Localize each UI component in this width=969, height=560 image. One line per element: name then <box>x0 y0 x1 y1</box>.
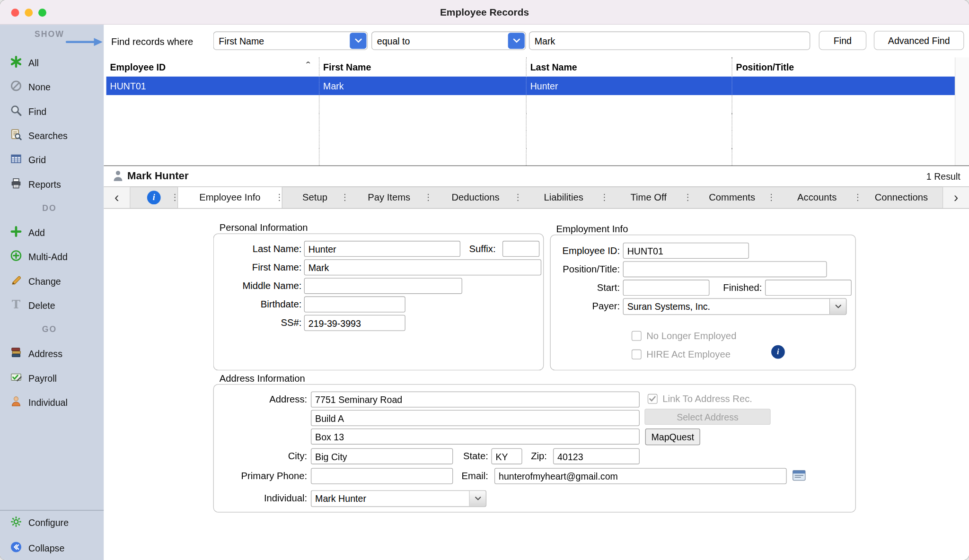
tabs-scroll-right-button[interactable]: › <box>943 187 969 208</box>
sidebar-item-label: Searches <box>28 130 68 140</box>
suffix-input[interactable] <box>502 241 539 257</box>
chevron-down-icon <box>829 299 846 315</box>
find-button[interactable]: Find <box>819 31 867 50</box>
cell-first-name: Mark <box>319 77 527 95</box>
tab-record-info[interactable]: i ⋮ <box>131 187 177 208</box>
window-title: Employee Records <box>0 0 969 25</box>
individual-select[interactable]: Mark Hunter <box>311 490 486 507</box>
sidebar-item-configure[interactable]: Configure <box>10 514 69 531</box>
sidebar-item-label: Delete <box>28 300 55 310</box>
table-row-empty[interactable] <box>106 95 955 113</box>
find-operator-select[interactable]: equal to <box>371 32 526 50</box>
suffix-label: Suffix: <box>456 241 496 257</box>
kebab-menu-icon[interactable]: ⋮ <box>341 192 349 204</box>
sidebar: SHOW All None Find Searches Grid Reports <box>0 25 104 560</box>
address-line1-input[interactable] <box>311 392 640 408</box>
titlebar: Employee Records <box>0 0 969 25</box>
sidebar-item-delete[interactable]: T Delete <box>10 297 55 314</box>
kebab-menu-icon[interactable]: ⋮ <box>854 192 862 204</box>
start-input[interactable] <box>623 280 710 296</box>
finished-input[interactable] <box>765 280 852 296</box>
tab-time-off[interactable]: Time Off⋮ <box>607 187 690 208</box>
tab-comments[interactable]: Comments⋮ <box>690 187 774 208</box>
kebab-menu-icon[interactable]: ⋮ <box>275 192 283 204</box>
ssn-input[interactable] <box>304 315 405 331</box>
table-row-empty[interactable] <box>106 113 955 130</box>
tabs-scroll-left-button[interactable]: ‹ <box>104 187 130 208</box>
hire-act-info-icon[interactable]: i <box>771 345 785 359</box>
sidebar-section-go: GO <box>0 325 99 334</box>
no-longer-employed-checkbox[interactable] <box>632 331 642 341</box>
zip-input[interactable] <box>553 448 640 464</box>
sidebar-item-searches[interactable]: Searches <box>10 127 68 144</box>
column-header-last-name[interactable]: Last Name <box>527 57 732 76</box>
column-header-first-name[interactable]: First Name <box>319 57 527 76</box>
tab-pay-items[interactable]: Pay Items⋮ <box>347 187 431 208</box>
kebab-menu-icon[interactable]: ⋮ <box>600 192 608 204</box>
birthdate-input[interactable] <box>304 297 405 313</box>
tab-deductions[interactable]: Deductions⋮ <box>431 187 520 208</box>
address-line3-input[interactable] <box>311 429 640 445</box>
tab-connections[interactable]: Connections <box>860 187 943 208</box>
table-row-selected[interactable]: HUNT01 Mark Hunter <box>106 77 955 95</box>
table-row-empty[interactable] <box>106 148 955 166</box>
advanced-find-button[interactable]: Advanced Find <box>874 31 964 50</box>
column-header-employee-id[interactable]: Employee ID ˆ <box>106 57 320 76</box>
employee-records-window: Employee Records SHOW All None Find Sear… <box>0 0 969 560</box>
select-address-button[interactable]: Select Address <box>644 409 770 425</box>
payer-select[interactable]: Suran Systems, Inc. <box>623 298 847 315</box>
sidebar-item-collapse[interactable]: Collapse <box>10 539 64 557</box>
address-line2-input[interactable] <box>311 410 640 426</box>
sidebar-item-label: Reports <box>28 179 61 189</box>
city-input[interactable] <box>311 448 453 464</box>
tab-setup[interactable]: Setup⋮ <box>282 187 347 208</box>
sidebar-item-add[interactable]: Add <box>10 224 45 241</box>
employee-id-input[interactable] <box>623 243 749 259</box>
first-name-label: First Name: <box>220 259 302 275</box>
kebab-menu-icon[interactable]: ⋮ <box>170 192 179 204</box>
kebab-menu-icon[interactable]: ⋮ <box>684 192 692 204</box>
position-title-input[interactable] <box>623 261 827 277</box>
cell-employee-id: HUNT01 <box>106 77 320 95</box>
kebab-menu-icon[interactable]: ⋮ <box>513 192 522 204</box>
sidebar-item-change[interactable]: Change <box>10 272 61 290</box>
sidebar-item-all[interactable]: All <box>10 54 39 71</box>
person-silhouette-icon <box>111 169 125 185</box>
sort-ascending-icon: ˆ <box>306 59 310 73</box>
table-row-empty[interactable] <box>106 130 955 148</box>
state-input[interactable] <box>491 448 522 464</box>
tab-liabilities[interactable]: Liabilities⋮ <box>520 187 607 208</box>
hire-act-checkbox[interactable] <box>632 350 642 359</box>
sidebar-item-label: Collapse <box>28 542 64 553</box>
sidebar-item-multi-add[interactable]: Multi-Add <box>10 247 68 265</box>
last-name-input[interactable] <box>304 241 460 257</box>
first-name-input[interactable] <box>304 259 542 275</box>
find-field-value: First Name <box>219 35 264 46</box>
kebab-menu-icon[interactable]: ⋮ <box>767 192 775 204</box>
mapquest-button[interactable]: MapQuest <box>645 429 700 445</box>
sidebar-item-label: Add <box>28 227 45 237</box>
sidebar-item-payroll[interactable]: Payroll <box>10 369 57 387</box>
tab-employee-info[interactable]: Employee Info⋮ <box>177 187 282 208</box>
primary-phone-label: Primary Phone: <box>220 468 307 484</box>
cell-last-name: Hunter <box>527 77 732 95</box>
sidebar-item-address[interactable]: Address <box>10 344 62 362</box>
primary-phone-input[interactable] <box>311 468 453 484</box>
link-to-address-checkbox[interactable] <box>648 394 658 404</box>
find-field-select[interactable]: First Name <box>213 32 368 50</box>
tab-accounts[interactable]: Accounts⋮ <box>774 187 860 208</box>
sidebar-item-reports[interactable]: Reports <box>10 175 61 193</box>
sidebar-item-find[interactable]: Find <box>10 103 46 120</box>
column-header-position-title[interactable]: Position/Title <box>732 57 955 76</box>
table-scrollbar[interactable] <box>955 57 969 165</box>
email-webpage-icon[interactable] <box>792 469 806 484</box>
middle-name-input[interactable] <box>304 278 462 294</box>
cell-position-title <box>732 77 955 95</box>
email-input[interactable] <box>494 468 787 484</box>
kebab-menu-icon[interactable]: ⋮ <box>424 192 432 204</box>
sidebar-item-grid[interactable]: Grid <box>10 151 46 168</box>
sidebar-divider <box>0 510 104 510</box>
sidebar-item-none[interactable]: None <box>10 78 51 95</box>
find-value-input[interactable] <box>529 32 810 50</box>
sidebar-item-individual[interactable]: Individual <box>10 394 68 411</box>
